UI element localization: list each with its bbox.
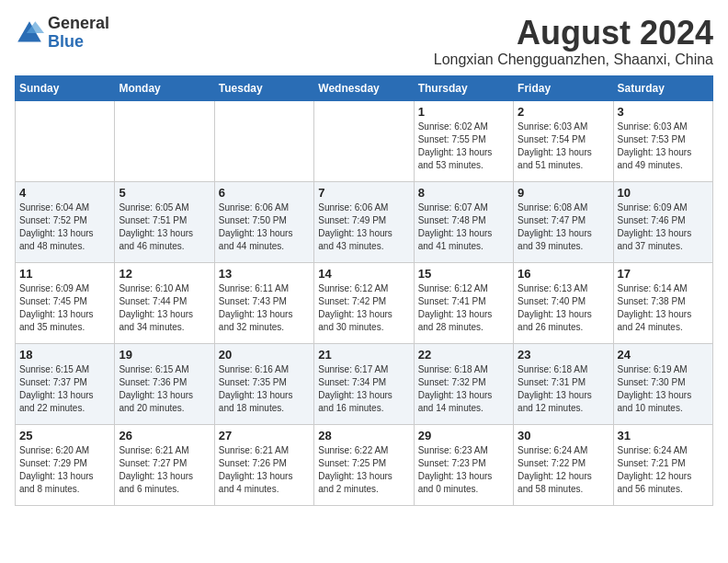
cell-info: Sunrise: 6:09 AM Sunset: 7:46 PM Dayligh… (618, 201, 709, 253)
week-row-5: 25Sunrise: 6:20 AM Sunset: 7:29 PM Dayli… (16, 424, 713, 505)
calendar-cell (314, 100, 414, 181)
calendar-cell: 11Sunrise: 6:09 AM Sunset: 7:45 PM Dayli… (16, 262, 115, 343)
cell-date: 27 (219, 429, 310, 442)
calendar-cell: 30Sunrise: 6:24 AM Sunset: 7:22 PM Dayli… (514, 424, 613, 505)
cell-date: 19 (119, 348, 210, 362)
subtitle: Longxian Chengguanzhen, Shaanxi, China (434, 52, 713, 68)
calendar-cell: 5Sunrise: 6:05 AM Sunset: 7:51 PM Daylig… (115, 181, 214, 262)
cell-info: Sunrise: 6:12 AM Sunset: 7:41 PM Dayligh… (418, 282, 509, 334)
cell-date: 26 (119, 429, 210, 442)
calendar-cell: 27Sunrise: 6:21 AM Sunset: 7:26 PM Dayli… (214, 424, 313, 505)
calendar-cell (16, 100, 115, 181)
cell-info: Sunrise: 6:19 AM Sunset: 7:30 PM Dayligh… (618, 363, 709, 415)
calendar-cell: 18Sunrise: 6:15 AM Sunset: 7:37 PM Dayli… (16, 343, 115, 424)
header: General Blue August 2024 Longxian Chengg… (15, 15, 713, 68)
calendar-cell: 20Sunrise: 6:16 AM Sunset: 7:35 PM Dayli… (214, 343, 313, 424)
cell-date: 18 (19, 348, 110, 362)
cell-date: 16 (518, 267, 609, 281)
calendar-cell: 3Sunrise: 6:03 AM Sunset: 7:53 PM Daylig… (613, 100, 712, 181)
cell-date: 31 (618, 429, 709, 442)
day-header-monday: Monday (115, 75, 214, 100)
cell-date: 2 (518, 105, 609, 119)
calendar-cell (115, 100, 214, 181)
cell-date: 21 (318, 348, 409, 362)
cell-info: Sunrise: 6:15 AM Sunset: 7:37 PM Dayligh… (19, 363, 110, 415)
calendar-cell: 13Sunrise: 6:11 AM Sunset: 7:43 PM Dayli… (214, 262, 313, 343)
day-header-saturday: Saturday (613, 75, 712, 100)
calendar-cell: 24Sunrise: 6:19 AM Sunset: 7:30 PM Dayli… (613, 343, 712, 424)
day-header-wednesday: Wednesday (314, 75, 414, 100)
cell-info: Sunrise: 6:23 AM Sunset: 7:23 PM Dayligh… (418, 444, 509, 496)
day-header-tuesday: Tuesday (214, 75, 313, 100)
week-row-1: 1Sunrise: 6:02 AM Sunset: 7:55 PM Daylig… (16, 100, 713, 181)
day-header-thursday: Thursday (414, 75, 513, 100)
cell-info: Sunrise: 6:03 AM Sunset: 7:54 PM Dayligh… (518, 121, 609, 172)
calendar-cell: 14Sunrise: 6:12 AM Sunset: 7:42 PM Dayli… (314, 262, 414, 343)
cell-info: Sunrise: 6:22 AM Sunset: 7:25 PM Dayligh… (318, 444, 409, 496)
cell-date: 22 (418, 348, 509, 362)
cell-date: 1 (418, 105, 509, 119)
cell-info: Sunrise: 6:18 AM Sunset: 7:31 PM Dayligh… (518, 363, 609, 415)
cell-info: Sunrise: 6:06 AM Sunset: 7:49 PM Dayligh… (318, 201, 409, 253)
calendar-cell: 23Sunrise: 6:18 AM Sunset: 7:31 PM Dayli… (514, 343, 613, 424)
calendar-cell: 15Sunrise: 6:12 AM Sunset: 7:41 PM Dayli… (414, 262, 513, 343)
cell-info: Sunrise: 6:20 AM Sunset: 7:29 PM Dayligh… (19, 444, 110, 496)
cell-info: Sunrise: 6:15 AM Sunset: 7:36 PM Dayligh… (119, 363, 210, 415)
calendar-cell: 2Sunrise: 6:03 AM Sunset: 7:54 PM Daylig… (514, 100, 613, 181)
cell-date: 7 (318, 186, 409, 200)
cell-info: Sunrise: 6:10 AM Sunset: 7:44 PM Dayligh… (119, 282, 210, 334)
cell-info: Sunrise: 6:14 AM Sunset: 7:38 PM Dayligh… (618, 282, 709, 334)
calendar-cell: 25Sunrise: 6:20 AM Sunset: 7:29 PM Dayli… (16, 424, 115, 505)
week-row-2: 4Sunrise: 6:04 AM Sunset: 7:52 PM Daylig… (16, 181, 713, 262)
cell-date: 23 (518, 348, 609, 362)
cell-info: Sunrise: 6:05 AM Sunset: 7:51 PM Dayligh… (119, 201, 210, 253)
calendar-cell: 19Sunrise: 6:15 AM Sunset: 7:36 PM Dayli… (115, 343, 214, 424)
day-header-friday: Friday (514, 75, 613, 100)
week-row-3: 11Sunrise: 6:09 AM Sunset: 7:45 PM Dayli… (16, 262, 713, 343)
calendar-cell: 31Sunrise: 6:24 AM Sunset: 7:21 PM Dayli… (613, 424, 712, 505)
cell-date: 15 (418, 267, 509, 281)
calendar-cell: 7Sunrise: 6:06 AM Sunset: 7:49 PM Daylig… (314, 181, 414, 262)
cell-info: Sunrise: 6:09 AM Sunset: 7:45 PM Dayligh… (19, 282, 110, 334)
calendar-cell: 16Sunrise: 6:13 AM Sunset: 7:40 PM Dayli… (514, 262, 613, 343)
calendar-cell: 12Sunrise: 6:10 AM Sunset: 7:44 PM Dayli… (115, 262, 214, 343)
calendar-cell: 1Sunrise: 6:02 AM Sunset: 7:55 PM Daylig… (414, 100, 513, 181)
calendar-cell: 17Sunrise: 6:14 AM Sunset: 7:38 PM Dayli… (613, 262, 712, 343)
cell-date: 14 (318, 267, 409, 281)
cell-info: Sunrise: 6:21 AM Sunset: 7:27 PM Dayligh… (119, 444, 210, 496)
cell-info: Sunrise: 6:06 AM Sunset: 7:50 PM Dayligh… (219, 201, 310, 253)
cell-info: Sunrise: 6:11 AM Sunset: 7:43 PM Dayligh… (219, 282, 310, 334)
calendar-cell: 8Sunrise: 6:07 AM Sunset: 7:48 PM Daylig… (414, 181, 513, 262)
logo: General Blue (15, 15, 109, 52)
cell-info: Sunrise: 6:24 AM Sunset: 7:21 PM Dayligh… (618, 444, 709, 496)
logo-blue: Blue (48, 32, 84, 51)
day-header-sunday: Sunday (16, 75, 115, 100)
cell-date: 3 (618, 105, 709, 119)
calendar-cell: 4Sunrise: 6:04 AM Sunset: 7:52 PM Daylig… (16, 181, 115, 262)
main-title: August 2024 (434, 15, 713, 52)
calendar-cell: 9Sunrise: 6:08 AM Sunset: 7:47 PM Daylig… (514, 181, 613, 262)
cell-info: Sunrise: 6:24 AM Sunset: 7:22 PM Dayligh… (518, 444, 609, 496)
cell-date: 4 (19, 186, 110, 200)
cell-date: 28 (318, 429, 409, 442)
cell-info: Sunrise: 6:16 AM Sunset: 7:35 PM Dayligh… (219, 363, 310, 415)
header-row: SundayMondayTuesdayWednesdayThursdayFrid… (16, 75, 713, 100)
cell-date: 13 (219, 267, 310, 281)
calendar-table: SundayMondayTuesdayWednesdayThursdayFrid… (15, 75, 713, 506)
cell-date: 8 (418, 186, 509, 200)
calendar-cell: 28Sunrise: 6:22 AM Sunset: 7:25 PM Dayli… (314, 424, 414, 505)
cell-info: Sunrise: 6:13 AM Sunset: 7:40 PM Dayligh… (518, 282, 609, 334)
calendar-cell (214, 100, 313, 181)
calendar-cell: 22Sunrise: 6:18 AM Sunset: 7:32 PM Dayli… (414, 343, 513, 424)
cell-info: Sunrise: 6:17 AM Sunset: 7:34 PM Dayligh… (318, 363, 409, 415)
cell-date: 20 (219, 348, 310, 362)
cell-date: 25 (19, 429, 110, 442)
cell-info: Sunrise: 6:03 AM Sunset: 7:53 PM Dayligh… (618, 121, 709, 172)
calendar-cell: 21Sunrise: 6:17 AM Sunset: 7:34 PM Dayli… (314, 343, 414, 424)
calendar-cell: 10Sunrise: 6:09 AM Sunset: 7:46 PM Dayli… (613, 181, 712, 262)
cell-info: Sunrise: 6:12 AM Sunset: 7:42 PM Dayligh… (318, 282, 409, 334)
cell-info: Sunrise: 6:18 AM Sunset: 7:32 PM Dayligh… (418, 363, 509, 415)
week-row-4: 18Sunrise: 6:15 AM Sunset: 7:37 PM Dayli… (16, 343, 713, 424)
cell-date: 10 (618, 186, 709, 200)
cell-date: 29 (418, 429, 509, 442)
